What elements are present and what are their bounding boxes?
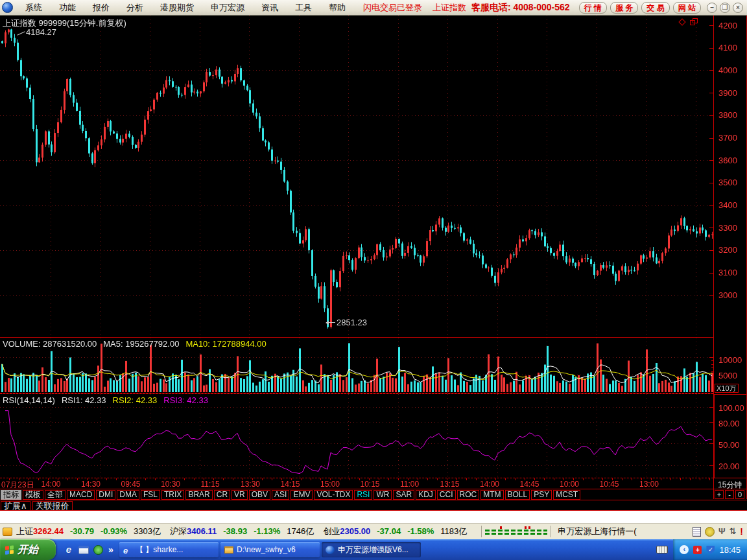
chart-zoom-controls: +-0 <box>715 490 744 499</box>
indicator-tab[interactable]: PSY <box>531 490 552 500</box>
indicator-tab[interactable]: BOLL <box>505 490 530 500</box>
indicator-tab[interactable]: CR <box>214 490 230 500</box>
document-icon[interactable] <box>693 527 701 537</box>
period-label: 15分钟 <box>718 480 742 491</box>
indicator-tab[interactable]: VR <box>231 490 248 500</box>
menu-item[interactable]: 功能 <box>51 1 84 15</box>
header-button[interactable]: 服 务 <box>610 2 638 14</box>
current-symbol-label: 上证指数 <box>433 2 466 14</box>
price-axis-label: 3700 <box>714 126 746 149</box>
high-annotation: 4184.27 <box>26 27 56 37</box>
updown-arrows-icon[interactable]: ⇅ <box>729 527 736 536</box>
volume-axis-label: 5000 <box>718 371 737 380</box>
keyboard-tray-icon[interactable] <box>656 546 668 554</box>
menu-item[interactable]: 报价 <box>84 1 118 15</box>
taskbar-clock[interactable]: 18:45 <box>719 545 741 555</box>
indicator-tab[interactable]: 模板 <box>23 490 43 500</box>
menu-item[interactable]: 分析 <box>118 1 152 15</box>
indicator-tab[interactable]: ASI <box>272 490 289 500</box>
mail-quicklaunch-icon[interactable] <box>78 546 89 554</box>
zoom-button[interactable]: + <box>715 490 724 499</box>
ie-quicklaunch-icon[interactable]: e <box>64 544 74 555</box>
taskbar-task-button[interactable]: 【 】sharke... <box>119 542 219 557</box>
indicator-tab[interactable]: WR <box>374 490 392 500</box>
indicator-tab[interactable]: DMA <box>117 490 139 500</box>
antivirus-tray-icon[interactable]: + <box>693 546 702 554</box>
quicklaunch-overflow-chevron[interactable]: » <box>108 544 114 555</box>
indicator-tab[interactable]: DMI <box>96 490 115 500</box>
menu-item[interactable]: 资讯 <box>253 1 287 15</box>
menu-item[interactable]: 工具 <box>287 1 320 15</box>
indicator-tab[interactable]: TRIX <box>161 490 184 500</box>
application-window: 系统功能报价分析港股期货申万宏源资讯工具帮助 闪电交易已登录 上证指数 客服电话… <box>0 0 747 560</box>
rsi-axis-label: 50.00 <box>718 440 740 450</box>
indicator-tab[interactable]: RSI <box>354 490 372 500</box>
zoom-button[interactable]: 0 <box>735 490 744 499</box>
security-shield-tray-icon[interactable]: ✓ <box>706 546 715 554</box>
service-phone: 客服电话: 4008-000-562 <box>471 2 570 14</box>
diamond-marker-icon[interactable] <box>678 18 685 25</box>
indicator-tab[interactable]: MTM <box>480 490 503 500</box>
rsi-axis-label: 20.00 <box>718 461 740 471</box>
windows-logo-icon <box>5 545 14 554</box>
header-button[interactable]: 行 情 <box>579 2 607 14</box>
indicator-tab[interactable]: MACD <box>67 490 95 500</box>
info-strip <box>0 511 747 524</box>
taskbar-task-button[interactable]: 申万宏源增强版V6... <box>322 542 421 557</box>
price-axis-column: 4200410040003900380037003600350034003300… <box>713 16 747 499</box>
menu-item[interactable]: 申万宏源 <box>202 1 253 15</box>
indicator-tab[interactable]: 全部 <box>45 490 65 500</box>
status-window-icon[interactable] <box>3 528 12 536</box>
indicator-tab[interactable]: VOL-TDX <box>314 490 353 500</box>
task-icon <box>224 546 233 554</box>
indicator-tab[interactable]: CCI <box>437 490 456 500</box>
indicator-tab[interactable]: BRAR <box>185 490 212 500</box>
rsi-canvas[interactable] <box>0 394 713 478</box>
index-change: -30.79 <box>70 526 94 536</box>
price-axis-label: 4100 <box>714 36 746 59</box>
menu-item[interactable]: 港股期货 <box>152 1 202 15</box>
refresh-icon[interactable] <box>705 527 715 537</box>
main-candlestick-canvas[interactable] <box>0 16 713 338</box>
menu-item[interactable]: 帮助 <box>320 1 354 15</box>
close-button[interactable]: × <box>733 3 743 13</box>
media-quicklaunch-icon[interactable] <box>93 545 103 555</box>
indicator-tab[interactable]: ROC <box>457 490 480 500</box>
task-icon <box>123 546 132 554</box>
price-axis-label: 3000 <box>714 284 746 307</box>
indicator-tab[interactable]: EMV <box>290 490 313 500</box>
task-title: 【 】sharke... <box>136 544 183 555</box>
index-turnover: 1183亿 <box>440 526 467 537</box>
connection-status-label: 申万宏源上海行情一( <box>558 526 636 537</box>
minimize-button[interactable]: – <box>707 3 717 13</box>
taskbar-task-button[interactable]: D:\new_swhy_v6 <box>220 542 320 557</box>
tray-collapse-icon[interactable]: ‹ <box>680 545 689 554</box>
status-bar: 上证 3262.44 -30.79 -0.93% 3303亿 沪深 3406.1… <box>0 524 747 539</box>
antenna-icon[interactable]: Ψ <box>718 527 726 536</box>
index-change: -38.93 <box>223 526 247 536</box>
chart-title: 上证指数 999999(15分钟.前复权) <box>3 18 126 29</box>
start-button[interactable]: 开始 <box>0 539 56 560</box>
window-controls: – ❐ × <box>707 3 743 13</box>
task-title: D:\new_swhy_v6 <box>237 545 296 554</box>
alert-icon[interactable]: ! <box>740 527 743 536</box>
taskbar: 开始 e » 【 】sharke... D:\new_swhy_v6 申万宏源增… <box>0 539 747 560</box>
indicator-tab[interactable]: 指标 <box>1 490 21 500</box>
indicator-tab[interactable]: FSL <box>141 490 160 500</box>
indicator-tab[interactable]: SAR <box>393 490 414 500</box>
header-button[interactable]: 交 易 <box>641 2 669 14</box>
index-price: 2305.00 <box>340 526 370 536</box>
price-axis-label: 4000 <box>714 59 746 82</box>
header-button[interactable]: 网 站 <box>673 2 701 14</box>
status-bar-icons: Ψ ⇅ ! <box>693 527 747 537</box>
restore-button[interactable]: ❐ <box>720 3 730 13</box>
indicator-tab[interactable]: OBV <box>249 490 270 500</box>
extension-tab[interactable]: 扩展∧ <box>1 501 30 511</box>
zoom-button[interactable]: - <box>725 490 734 499</box>
menu-item[interactable]: 系统 <box>17 1 51 15</box>
panel-separator <box>0 337 713 338</box>
indicator-tab[interactable]: MCST <box>553 490 580 500</box>
indicator-tab[interactable]: KDJ <box>416 490 436 500</box>
cascade-windows-icon[interactable] <box>690 18 698 25</box>
extension-tab[interactable]: 关联报价 <box>32 501 73 511</box>
